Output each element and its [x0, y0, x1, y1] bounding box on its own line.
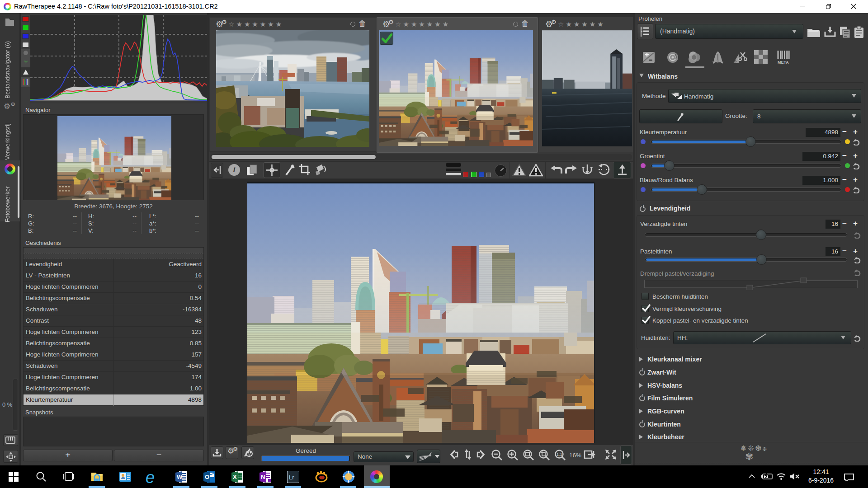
svg-text:1:1: 1:1 [557, 452, 562, 457]
svg-text:META: META [778, 60, 789, 65]
svg-text:W: W [177, 474, 183, 480]
svg-text:N: N [261, 474, 265, 480]
svg-text:X: X [233, 474, 237, 480]
svg-text:Lr: Lr [289, 474, 294, 481]
svg-text:O: O [205, 474, 209, 480]
